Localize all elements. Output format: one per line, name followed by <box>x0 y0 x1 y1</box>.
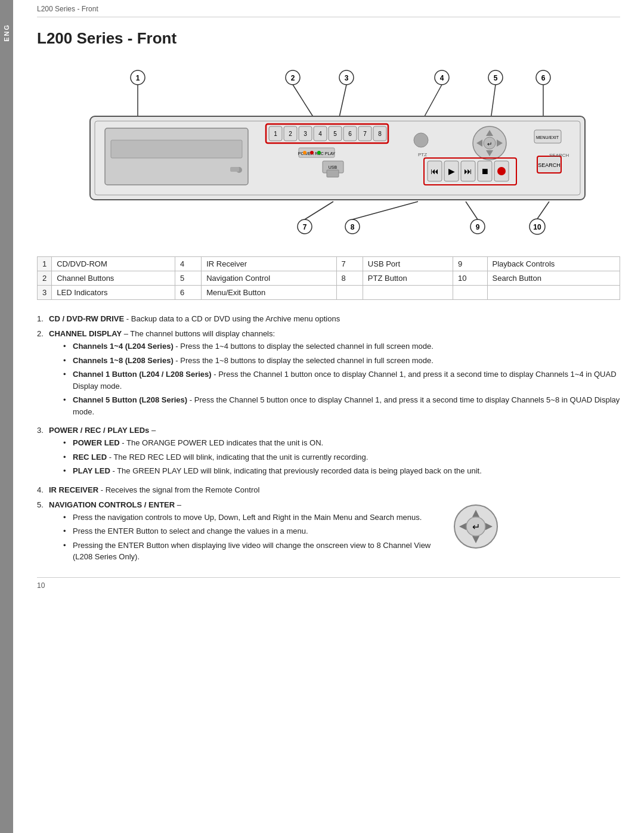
svg-text:3: 3 <box>345 74 349 82</box>
svg-text:SEARCH: SEARCH <box>549 153 569 158</box>
item-separator: – <box>151 426 156 435</box>
svg-text:10: 10 <box>533 223 541 231</box>
item-content: IR RECEIVER - Receives the signal from t… <box>49 485 259 494</box>
svg-text:⏭: ⏭ <box>464 166 472 176</box>
item-content: NAVIGATION CONTROLS / ENTER – <box>49 500 500 565</box>
table-cell: LED Indicators <box>52 286 175 300</box>
svg-line-82 <box>466 202 478 219</box>
svg-text:5: 5 <box>494 74 498 82</box>
svg-text:▶: ▶ <box>448 166 455 176</box>
svg-text:SEARCH: SEARCH <box>538 162 561 168</box>
svg-text:2: 2 <box>291 74 295 82</box>
table-cell: 8 <box>336 271 363 286</box>
svg-line-76 <box>305 202 333 219</box>
svg-text:3: 3 <box>304 131 307 137</box>
item-label: NAVIGATION CONTROLS / ENTER <box>49 500 175 509</box>
table-cell: PTZ Button <box>363 271 453 286</box>
side-tab: ENG <box>0 0 13 833</box>
table-cell <box>453 286 487 300</box>
item-content: CD / DVD-RW DRIVE - Backup data to a CD … <box>49 314 340 323</box>
svg-rect-21 <box>111 140 242 158</box>
list-item: Channels 1~4 (L204 Series) - Press the 1… <box>63 340 620 352</box>
svg-text:⏹: ⏹ <box>481 166 489 176</box>
svg-text:1: 1 <box>274 131 277 137</box>
item-number: 5. <box>37 500 49 565</box>
device-diagram: 1 2 3 4 5 6 <box>37 60 620 244</box>
item-separator: – <box>177 500 181 509</box>
item-content: CHANNEL DISPLAY – The channel buttons wi… <box>49 329 620 420</box>
list-item: REC LED - The RED REC LED will blink, in… <box>63 451 482 463</box>
item-separator: - <box>101 485 106 494</box>
item-separator: - <box>126 314 131 323</box>
list-item: Press the ENTER Button to select and cha… <box>63 525 500 537</box>
svg-text:7: 7 <box>303 223 307 231</box>
body-section: 1. CD / DVD-RW DRIVE - Backup data to a … <box>37 314 620 565</box>
item-number: 2. <box>37 329 49 420</box>
table-cell: IR Receiver <box>202 257 336 271</box>
table-cell: 5 <box>175 271 201 286</box>
list-item: Channels 1~8 (L208 Series) - Press the 1… <box>63 355 620 367</box>
table-cell: 3 <box>38 286 52 300</box>
svg-text:6: 6 <box>348 131 352 137</box>
svg-point-44 <box>310 151 314 154</box>
item-text: Receives the signal from the Remote Cont… <box>106 485 260 494</box>
list-item-2: 2. CHANNEL DISPLAY – The channel buttons… <box>37 329 620 420</box>
table-cell: 4 <box>175 257 201 271</box>
device-svg: 1 2 3 4 5 6 <box>60 60 597 244</box>
svg-point-45 <box>317 151 321 154</box>
list-item-4: 4. IR RECEIVER - Receives the signal fro… <box>37 485 620 494</box>
svg-text:4: 4 <box>440 74 444 82</box>
svg-point-43 <box>303 151 306 154</box>
item-label: CHANNEL DISPLAY <box>49 329 122 338</box>
side-tab-label: ENG <box>3 24 10 42</box>
list-item: Channel 5 Button (L208 Series) - Press t… <box>63 394 620 417</box>
item-number: 3. <box>37 426 49 479</box>
list-item-5: 5. NAVIGATION CONTROLS / ENTER – <box>37 500 620 565</box>
table-cell: 10 <box>453 271 487 286</box>
list-item: POWER LED - The ORANGE POWER LED indicat… <box>63 437 482 449</box>
svg-rect-23 <box>230 167 239 172</box>
svg-text:MENU/EXIT: MENU/EXIT <box>536 135 559 140</box>
svg-rect-48 <box>327 170 339 177</box>
table-cell: Playback Controls <box>487 257 620 271</box>
breadcrumb: L200 Series - Front <box>37 0 620 17</box>
item-label: POWER / REC / PLAY LEDs <box>49 426 149 435</box>
bullet-list: Channels 1~4 (L204 Series) - Press the 1… <box>63 340 620 417</box>
table-cell <box>336 286 363 300</box>
svg-text:1: 1 <box>136 74 140 82</box>
svg-line-79 <box>352 202 418 219</box>
item-text: Backup data to a CD or DVD using the Arc… <box>131 314 340 323</box>
list-item: Press the navigation controls to move Up… <box>63 512 500 524</box>
list-item: Channel 1 Button (L204 / L208 Series) - … <box>63 368 620 392</box>
svg-text:8: 8 <box>378 131 382 137</box>
table-row: 3 LED Indicators 6 Menu/Exit Button <box>38 286 620 300</box>
svg-text:5: 5 <box>333 131 337 137</box>
item-content: POWER / REC / PLAY LEDs – POWER LED - Th… <box>49 426 482 479</box>
table-cell: Navigation Control <box>202 271 336 286</box>
bullet-list: Press the navigation controls to move Up… <box>63 512 500 563</box>
page-title: L200 Series - Front <box>37 29 620 48</box>
svg-text:PTZ: PTZ <box>418 152 427 157</box>
table-cell: 2 <box>38 271 52 286</box>
item-separator: – <box>124 329 131 338</box>
table-row: 1 CD/DVD-ROM 4 IR Receiver 7 USB Port 9 … <box>38 257 620 271</box>
table-cell: 6 <box>175 286 201 300</box>
page-number: 10 <box>37 581 45 590</box>
svg-point-49 <box>414 133 428 147</box>
svg-text:8: 8 <box>351 223 355 231</box>
main-content: L200 Series - Front L200 Series - Front … <box>13 0 644 614</box>
table-row: 2 Channel Buttons 5 Navigation Control 8… <box>38 271 620 286</box>
svg-text:9: 9 <box>476 223 480 231</box>
svg-text:6: 6 <box>541 74 546 82</box>
table-cell: 7 <box>336 257 363 271</box>
item-number: 4. <box>37 485 49 494</box>
list-item-3: 3. POWER / REC / PLAY LEDs – POWER LED -… <box>37 426 620 479</box>
list-item-1: 1. CD / DVD-RW DRIVE - Backup data to a … <box>37 314 620 323</box>
svg-point-69 <box>497 167 506 175</box>
list-item: PLAY LED - The GREEN PLAY LED will blink… <box>63 465 482 477</box>
svg-text:USB: USB <box>329 165 338 169</box>
svg-text:4: 4 <box>318 131 322 137</box>
table-cell: 1 <box>38 257 52 271</box>
table-cell: 9 <box>453 257 487 271</box>
table-cell <box>363 286 453 300</box>
